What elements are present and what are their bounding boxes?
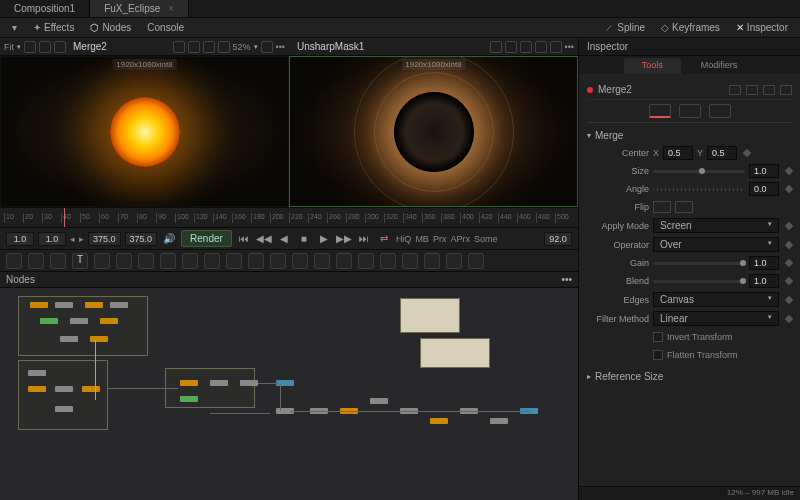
effects-button[interactable]: ✦ Effects	[27, 20, 80, 35]
viewer-opt-icon[interactable]	[535, 41, 547, 53]
viewer-opt-icon[interactable]	[54, 41, 66, 53]
tool-icon[interactable]	[468, 253, 484, 269]
tab-fux-eclipse[interactable]: FuX_Eclipse×	[90, 0, 189, 17]
lock-icon[interactable]	[763, 85, 775, 95]
viewer-opt-icon[interactable]	[218, 41, 230, 53]
nodes-menu[interactable]: •••	[561, 274, 572, 285]
keyframe-icon[interactable]	[785, 314, 793, 322]
spline-button[interactable]: ⟋ Spline	[598, 20, 651, 35]
tool-icon[interactable]	[204, 253, 220, 269]
tool-icon[interactable]	[248, 253, 264, 269]
tool-icon[interactable]	[446, 253, 462, 269]
applymode-select[interactable]: Screen▾	[653, 218, 779, 233]
mb-toggle[interactable]: MB	[415, 234, 429, 244]
gain-input[interactable]: 1.0	[749, 256, 779, 270]
viewer-opt-icon[interactable]	[39, 41, 51, 53]
center-x-input[interactable]: 0.5	[663, 146, 693, 160]
keyframes-button[interactable]: ◇ Keyframes	[655, 20, 726, 35]
merge-section[interactable]: ▾Merge	[587, 127, 792, 144]
keyframe-icon[interactable]	[785, 167, 793, 175]
blend-input[interactable]: 1.0	[749, 274, 779, 288]
tool-icon[interactable]	[50, 253, 66, 269]
tool-icon[interactable]	[336, 253, 352, 269]
enable-dot-icon[interactable]	[587, 87, 593, 93]
controls-tab-icon[interactable]	[679, 104, 701, 118]
prx-toggle[interactable]: Prx	[433, 234, 447, 244]
current-frame[interactable]: 1.0	[38, 232, 66, 246]
tool-icon[interactable]	[226, 253, 242, 269]
pin-icon[interactable]	[746, 85, 758, 95]
invert-checkbox[interactable]	[653, 332, 663, 342]
flip-h-button[interactable]	[653, 201, 671, 213]
viewer-opt-icon[interactable]	[188, 41, 200, 53]
tool-icon[interactable]	[116, 253, 132, 269]
tool-icon[interactable]	[138, 253, 154, 269]
console-button[interactable]: Console	[141, 20, 190, 35]
tool-icon[interactable]	[402, 253, 418, 269]
settings-icon[interactable]	[780, 85, 792, 95]
end-frame[interactable]: 92.0	[544, 232, 572, 246]
angle-slider[interactable]	[653, 188, 745, 191]
step-back-button[interactable]: ◀◀	[256, 231, 272, 247]
fit-dropdown[interactable]: Fit	[4, 42, 14, 52]
viewer-opt-icon[interactable]	[550, 41, 562, 53]
controls-tab-icon[interactable]	[649, 104, 671, 118]
filter-select[interactable]: Linear▾	[653, 311, 779, 326]
tool-icon[interactable]	[270, 253, 286, 269]
controls-tab-icon[interactable]	[709, 104, 731, 118]
hiq-toggle[interactable]: HiQ	[396, 234, 412, 244]
last-frame-button[interactable]: ⏭	[356, 231, 372, 247]
loop-button[interactable]: ⇄	[376, 231, 392, 247]
time-ruler[interactable]: 1020304050607080901001201401601802002202…	[0, 208, 578, 228]
blend-slider[interactable]	[653, 280, 745, 283]
layout-dropdown[interactable]: ▾	[6, 20, 23, 35]
keyframe-icon[interactable]	[785, 221, 793, 229]
first-frame-button[interactable]: ⏮	[236, 231, 252, 247]
tab-modifiers[interactable]: Modifiers	[683, 58, 756, 74]
total-frames[interactable]: 375.0	[125, 232, 158, 246]
tool-icon[interactable]	[314, 253, 330, 269]
operator-select[interactable]: Over▾	[653, 237, 779, 252]
size-input[interactable]: 1.0	[749, 164, 779, 178]
viewer-2[interactable]: 1920x1080xint8	[289, 56, 578, 207]
gain-slider[interactable]	[653, 262, 745, 265]
audio-icon[interactable]: 🔊	[161, 231, 177, 247]
range-out[interactable]: 375.0	[88, 232, 121, 246]
tool-icon[interactable]	[28, 253, 44, 269]
flip-v-button[interactable]	[675, 201, 693, 213]
keyframe-icon[interactable]	[785, 185, 793, 193]
center-y-input[interactable]: 0.5	[707, 146, 737, 160]
keyframe-icon[interactable]	[785, 240, 793, 248]
angle-input[interactable]: 0.0	[749, 182, 779, 196]
viewer-opt-icon[interactable]	[203, 41, 215, 53]
keyframe-icon[interactable]	[785, 295, 793, 303]
viewer-opt-icon[interactable]	[24, 41, 36, 53]
tool-icon[interactable]	[380, 253, 396, 269]
tab-composition1[interactable]: Composition1	[0, 0, 90, 17]
node-graph[interactable]	[0, 288, 578, 500]
stop-button[interactable]: ■	[296, 231, 312, 247]
tool-icon[interactable]	[182, 253, 198, 269]
tool-icon[interactable]	[424, 253, 440, 269]
tool-icon[interactable]: T	[72, 253, 88, 269]
some-toggle[interactable]: Some	[474, 234, 498, 244]
edges-select[interactable]: Canvas▾	[653, 292, 779, 307]
viewer-opt-icon[interactable]	[520, 41, 532, 53]
range-in[interactable]: 1.0	[6, 232, 34, 246]
play-button[interactable]: ▶	[316, 231, 332, 247]
keyframe-icon[interactable]	[785, 277, 793, 285]
nodes-button[interactable]: ⬡ Nodes	[84, 20, 137, 35]
viewer-opt-icon[interactable]	[261, 41, 273, 53]
tool-icon[interactable]	[6, 253, 22, 269]
viewer-opt-icon[interactable]	[173, 41, 185, 53]
tab-tools[interactable]: Tools	[624, 58, 681, 74]
tool-header-icon[interactable]	[729, 85, 741, 95]
zoom-dropdown[interactable]: 52%	[233, 42, 251, 52]
aprx-toggle[interactable]: APrx	[450, 234, 470, 244]
tool-icon[interactable]	[292, 253, 308, 269]
tool-icon[interactable]	[94, 253, 110, 269]
viewer-1[interactable]: 1920x1080xint8	[0, 56, 289, 207]
inspector-button[interactable]: ✕ Inspector	[730, 20, 794, 35]
viewer-opt-icon[interactable]	[505, 41, 517, 53]
render-button[interactable]: Render	[181, 230, 232, 247]
